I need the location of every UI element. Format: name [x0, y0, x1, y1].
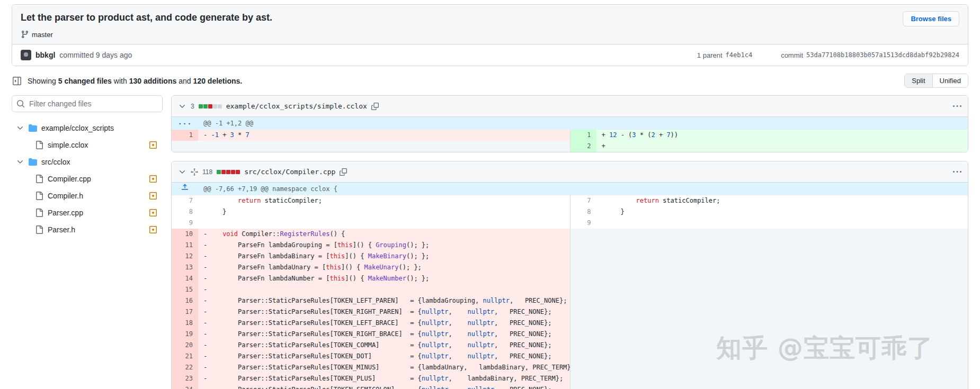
empty-gutter: [570, 273, 596, 284]
file-modified-icon: [149, 141, 157, 149]
line-number[interactable]: 8: [570, 206, 596, 218]
line-number[interactable]: 10: [172, 229, 198, 240]
tree-file[interactable]: Compiler.h: [12, 187, 163, 204]
tree-folder[interactable]: src/cclox: [12, 153, 163, 170]
hunk-row: @@ -7,66 +7,19 @@ namespace cclox {: [172, 183, 968, 195]
line-number[interactable]: 7: [172, 195, 198, 206]
code-line: - Parser::StaticParseRules[TOKEN_LEFT_BR…: [198, 318, 570, 329]
split-view-button[interactable]: Split: [905, 74, 932, 87]
file-path-link[interactable]: src/cclox/Compiler.cpp: [244, 168, 335, 176]
copy-path-icon[interactable]: [340, 168, 347, 176]
folder-label: src/cclox: [41, 158, 70, 166]
empty-gutter: [570, 262, 596, 273]
tree-file[interactable]: Parser.cpp: [12, 204, 163, 221]
diff-row: 13- ParseFn lambdaUnary = [this]() { Mak…: [172, 262, 968, 273]
diffstat-block-add: [199, 104, 203, 108]
line-number[interactable]: 7: [570, 195, 596, 206]
empty-gutter: [570, 251, 596, 262]
diff-row: 10- void Compiler::RegisterRules() {: [172, 229, 968, 240]
diff-row: 7 return staticCompiler;7 return staticC…: [172, 195, 968, 206]
chevron-down-icon: [16, 158, 24, 166]
expand-hunk-button[interactable]: ···: [172, 117, 198, 130]
file-filter-input[interactable]: [12, 95, 163, 112]
tree-file[interactable]: Parser.h: [12, 221, 163, 238]
tree-file[interactable]: simple.cclox: [12, 137, 163, 153]
line-number[interactable]: 22: [172, 362, 198, 373]
browse-files-button[interactable]: Browse files: [903, 11, 959, 26]
line-number[interactable]: 17: [172, 306, 198, 318]
diff-file-header: 118 src/cclox/Compiler.cpp: [172, 161, 968, 183]
diff-view-toggle: Split Unified: [904, 74, 968, 88]
expand-dots-icon: ···: [178, 120, 192, 127]
empty-gutter: [570, 284, 596, 295]
collapse-file-chevron-icon[interactable]: [178, 168, 186, 176]
code-line: - Parser::StaticParseRules[TOKEN_PLUS] =…: [198, 373, 570, 384]
commit-banner-header: Let the parser to product ast, and code …: [12, 5, 968, 44]
diffstat-block-neutral: [218, 104, 222, 108]
line-number[interactable]: 14: [172, 273, 198, 284]
diff-row: 17- Parser::StaticParseRules[TOKEN_RIGHT…: [172, 306, 968, 318]
code-line: [596, 218, 968, 229]
line-number[interactable]: 11: [172, 240, 198, 251]
file-modified-icon: [149, 175, 157, 183]
branch-name[interactable]: master: [32, 31, 53, 39]
line-number[interactable]: 16: [172, 295, 198, 306]
unified-view-button[interactable]: Unified: [932, 74, 968, 87]
diffstat-block-neutral: [213, 104, 217, 108]
line-number[interactable]: 12: [172, 251, 198, 262]
diff-table: @@ -7,66 +7,19 @@ namespace cclox { 7 re…: [172, 183, 968, 389]
empty-code-cell: [596, 362, 968, 373]
empty-code-cell: [596, 251, 968, 262]
file-label: Compiler.h: [48, 192, 83, 200]
hunk-header: @@ -7,66 +7,19 @@ namespace cclox {: [198, 183, 968, 195]
file-modified-icon: [149, 192, 157, 200]
toggle-file-tree-button[interactable]: [12, 76, 22, 86]
parent-sha-link[interactable]: f4eb1c4: [726, 51, 753, 59]
line-number[interactable]: 20: [172, 340, 198, 351]
line-number[interactable]: 15: [172, 284, 198, 295]
line-number[interactable]: 2: [570, 141, 596, 152]
file-tree: example/cclox_scripts simple.cclox src/c…: [12, 120, 163, 238]
tree-file[interactable]: Compiler.cpp: [12, 170, 163, 187]
move-icon[interactable]: [191, 168, 198, 176]
code-line: + 12 - (3 * (2 + 7)): [596, 130, 968, 141]
expand-hunk-button[interactable]: [172, 183, 198, 195]
line-number[interactable]: 13: [172, 262, 198, 273]
line-number[interactable]: 1: [570, 130, 596, 141]
code-line: return staticCompiler;: [596, 195, 968, 206]
empty-gutter: [570, 384, 596, 389]
line-number[interactable]: 19: [172, 329, 198, 340]
author-login[interactable]: bbkgl: [35, 51, 55, 59]
line-number[interactable]: 9: [570, 218, 596, 229]
file-icon: [35, 225, 43, 234]
file-path-link[interactable]: example/cclox_scripts/simple.cclox: [226, 102, 367, 110]
folder-icon: [29, 124, 37, 132]
diff-table: ··· @@ -1 +1,2 @@ 1- -1 + 3 * 71+ 12 - (…: [172, 117, 968, 152]
line-number[interactable]: 23: [172, 373, 198, 384]
empty-code-cell: [596, 384, 968, 389]
diff-list: 3 example/cclox_scripts/simple.cclox ···…: [171, 95, 968, 389]
line-number[interactable]: 8: [172, 206, 198, 218]
diff-row: 22- Parser::StaticParseRules[TOKEN_MINUS…: [172, 362, 968, 373]
copy-path-icon[interactable]: [371, 103, 379, 110]
code-line: - ParseFn lambdaNumber = [this]() { Make…: [198, 273, 570, 284]
line-number[interactable]: 24: [172, 384, 198, 389]
diff-row: 2+: [172, 141, 968, 152]
chevron-down-icon: [16, 124, 24, 132]
kebab-menu-icon[interactable]: [953, 102, 961, 111]
empty-code-cell: [596, 306, 968, 318]
commit-label: commit: [781, 51, 803, 59]
tree-folder[interactable]: example/cclox_scripts: [12, 120, 163, 137]
diff-file-card: 118 src/cclox/Compiler.cpp @@ -7,66 +7,1…: [171, 161, 968, 389]
line-number[interactable]: 1: [172, 130, 198, 141]
empty-code-cell: [198, 141, 570, 152]
diffstat-blocks: [217, 170, 240, 174]
line-number[interactable]: 21: [172, 351, 198, 362]
line-number[interactable]: 18: [172, 318, 198, 329]
line-number[interactable]: 9: [172, 218, 198, 229]
kebab-menu-icon[interactable]: [953, 168, 961, 176]
code-line: - void Compiler::RegisterRules() {: [198, 229, 570, 240]
folder-label: example/cclox_scripts: [41, 124, 114, 132]
collapse-file-chevron-icon[interactable]: [178, 102, 186, 111]
avatar[interactable]: [21, 50, 31, 60]
